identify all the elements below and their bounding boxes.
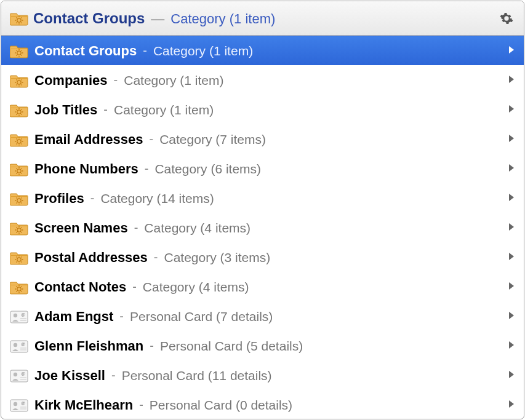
row-meta: Category (3 items) bbox=[164, 250, 271, 265]
contact-card-icon: @ bbox=[10, 309, 28, 324]
list-row[interactable]: Companies-Category (1 item) bbox=[1, 65, 524, 95]
svg-line-41 bbox=[16, 138, 17, 139]
svg-line-26 bbox=[22, 79, 22, 80]
svg-line-69 bbox=[22, 232, 22, 232]
row-meta: Personal Card (11 details) bbox=[122, 368, 272, 383]
svg-line-89 bbox=[22, 286, 22, 287]
svg-line-35 bbox=[22, 109, 22, 109]
svg-text:@: @ bbox=[21, 371, 25, 376]
svg-line-33 bbox=[22, 114, 22, 114]
list-row[interactable]: Profiles-Category (14 items) bbox=[1, 183, 524, 213]
row-separator: - bbox=[111, 368, 116, 382]
list-row[interactable]: Screen Names-Category (4 items) bbox=[1, 213, 524, 242]
chevron-right-icon bbox=[508, 104, 515, 116]
svg-text:@: @ bbox=[21, 312, 25, 317]
row-separator: - bbox=[150, 339, 154, 353]
row-separator: - bbox=[90, 191, 95, 205]
folder-icon bbox=[10, 162, 28, 176]
folder-icon bbox=[10, 11, 28, 26]
list-row[interactable]: Job Titles-Category (1 item) bbox=[1, 95, 524, 124]
row-name: Joe Kissell bbox=[34, 368, 105, 384]
row-name: Screen Names bbox=[34, 220, 128, 236]
chevron-right-icon bbox=[508, 370, 515, 382]
svg-point-91 bbox=[14, 313, 17, 317]
list-row[interactable]: @ Kirk McElhearn-Personal Card (0 detail… bbox=[1, 390, 524, 419]
folder-icon bbox=[10, 221, 28, 236]
row-meta: Category (1 item) bbox=[114, 103, 214, 117]
header-title-wrap: Contact Groups — Category (1 item) bbox=[28, 10, 498, 27]
svg-line-78 bbox=[22, 261, 22, 262]
row-name: Glenn Fleishman bbox=[34, 338, 143, 354]
svg-line-23 bbox=[16, 79, 17, 80]
folder-icon bbox=[10, 132, 28, 147]
settings-button[interactable] bbox=[498, 10, 515, 27]
row-meta: Category (14 items) bbox=[100, 191, 214, 206]
svg-text:@: @ bbox=[21, 401, 25, 405]
svg-line-5 bbox=[16, 17, 17, 18]
svg-line-34 bbox=[16, 114, 17, 114]
chevron-right-icon bbox=[508, 74, 515, 87]
list-row[interactable]: Contact Notes-Category (4 items) bbox=[1, 272, 524, 301]
chevron-right-icon bbox=[508, 192, 515, 205]
row-name: Companies bbox=[34, 73, 108, 89]
row-name: Email Addresses bbox=[34, 132, 143, 148]
svg-line-53 bbox=[22, 168, 22, 168]
svg-line-6 bbox=[22, 22, 22, 23]
chevron-right-icon bbox=[508, 45, 515, 57]
list-row[interactable]: Contact Groups-Category (1 item) bbox=[1, 36, 524, 65]
svg-line-61 bbox=[16, 202, 17, 203]
folder-icon bbox=[10, 250, 28, 265]
svg-line-16 bbox=[16, 55, 17, 55]
folder-icon bbox=[10, 103, 28, 117]
svg-line-14 bbox=[16, 50, 17, 50]
row-meta: Personal Card (7 details) bbox=[130, 309, 273, 324]
list-row[interactable]: @ Joe Kissell-Personal Card (11 details) bbox=[1, 360, 524, 390]
chevron-right-icon bbox=[508, 252, 515, 264]
row-separator: - bbox=[134, 221, 138, 235]
row-separator: - bbox=[103, 103, 108, 117]
svg-point-101 bbox=[14, 372, 17, 376]
svg-line-70 bbox=[16, 232, 17, 232]
row-name: Job Titles bbox=[34, 102, 97, 118]
row-separator: - bbox=[145, 162, 149, 176]
row-separator: - bbox=[114, 73, 118, 87]
row-name: Profiles bbox=[34, 191, 84, 207]
svg-line-51 bbox=[22, 173, 22, 173]
row-meta: Category (1 item) bbox=[124, 73, 223, 88]
list-row[interactable]: Email Addresses-Category (7 items) bbox=[1, 124, 524, 154]
row-meta: Category (4 items) bbox=[143, 280, 249, 295]
svg-line-32 bbox=[16, 109, 17, 109]
list-row[interactable]: @ Adam Engst-Personal Card (7 details) bbox=[1, 301, 524, 331]
svg-line-80 bbox=[22, 256, 22, 257]
row-separator: - bbox=[132, 280, 137, 294]
header-bar: Contact Groups — Category (1 item) bbox=[1, 1, 524, 36]
row-name: Contact Notes bbox=[34, 279, 126, 295]
category-list[interactable]: Contact Groups-Category (1 item) Compani… bbox=[1, 36, 524, 419]
row-meta: Category (7 items) bbox=[159, 132, 266, 147]
row-separator: - bbox=[150, 132, 154, 146]
svg-line-25 bbox=[16, 84, 17, 85]
contact-card-icon: @ bbox=[10, 339, 28, 354]
row-separator: - bbox=[119, 309, 124, 323]
svg-point-106 bbox=[14, 402, 17, 405]
svg-line-62 bbox=[22, 197, 22, 198]
list-row[interactable]: Phone Numbers-Category (6 items) bbox=[1, 154, 524, 183]
svg-line-71 bbox=[22, 227, 22, 228]
svg-line-87 bbox=[22, 291, 22, 291]
chevron-right-icon bbox=[508, 222, 515, 234]
row-name: Contact Groups bbox=[34, 43, 137, 59]
folder-icon bbox=[10, 280, 28, 295]
list-row[interactable]: Postal Addresses-Category (3 items) bbox=[1, 242, 524, 272]
folder-icon bbox=[10, 191, 28, 206]
chevron-right-icon bbox=[508, 281, 515, 293]
chevron-right-icon bbox=[508, 163, 515, 175]
list-row[interactable]: @ Glenn Fleishman-Personal Card (5 detai… bbox=[1, 331, 524, 360]
svg-line-86 bbox=[16, 286, 17, 287]
svg-line-44 bbox=[22, 138, 22, 139]
header-subtitle: Category (1 item) bbox=[170, 11, 275, 27]
row-meta: Personal Card (0 details) bbox=[150, 398, 292, 413]
svg-line-15 bbox=[22, 55, 22, 55]
row-name: Adam Engst bbox=[34, 309, 113, 325]
svg-line-42 bbox=[22, 143, 22, 144]
row-meta: Category (4 items) bbox=[144, 221, 250, 236]
